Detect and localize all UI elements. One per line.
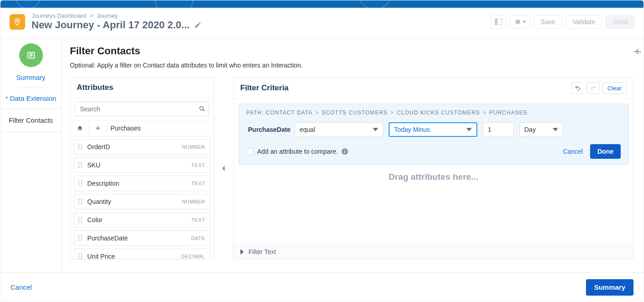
criteria-done-button[interactable]: Done xyxy=(590,144,621,159)
operator-select[interactable]: equal xyxy=(295,122,383,137)
settings-menu-button[interactable] xyxy=(510,15,530,29)
page-header: Journeys Dashboard > Journey New Journey… xyxy=(0,8,644,39)
attribute-item[interactable]: Unit PriceDECIMAL xyxy=(74,249,210,259)
drag-handle-icon xyxy=(78,217,84,223)
attribute-item[interactable]: OrderIDNUMBER xyxy=(74,139,210,155)
attributes-list: OrderIDNUMBERSKUTEXTDescriptionTEXTQuant… xyxy=(70,136,214,259)
save-button[interactable]: Save xyxy=(534,15,562,29)
header-actions: Save Validate Send xyxy=(491,15,634,29)
redo-button[interactable] xyxy=(587,82,600,94)
journey-title: New Journey - April 17 2020 2.0... xyxy=(32,19,190,31)
chevron-down-icon xyxy=(523,20,526,24)
clear-button[interactable]: Clear xyxy=(602,82,627,94)
attributes-crumb-current: Purchases xyxy=(111,125,141,132)
svg-point-0 xyxy=(16,20,18,21)
attribute-item[interactable]: SKUTEXT xyxy=(74,157,210,173)
drag-handle-icon xyxy=(78,180,84,187)
rail-data-extension-link[interactable]: Data Extension xyxy=(3,93,59,104)
svg-rect-2 xyxy=(495,19,497,25)
undo-button[interactable] xyxy=(571,82,584,94)
breadcrumb: Journeys Dashboard > Journey xyxy=(32,12,201,19)
back-arrow-icon[interactable] xyxy=(631,45,644,58)
svg-line-8 xyxy=(203,109,204,111)
rail-separator xyxy=(17,88,45,88)
attribute-item[interactable]: ColorTEXT xyxy=(74,212,210,228)
rail-filter-contacts-step: Filter Contacts xyxy=(0,109,61,132)
filter-text-label: Filter Text xyxy=(248,248,276,255)
chevron-right-icon xyxy=(239,249,245,255)
unit-select[interactable]: Day xyxy=(519,122,563,137)
summary-step-icon xyxy=(19,43,43,67)
filter-text-toggle[interactable]: Filter Text xyxy=(234,244,633,259)
attribute-name: SKU xyxy=(87,161,100,169)
search-icon xyxy=(198,105,206,112)
panel-splitter[interactable] xyxy=(222,77,226,260)
drag-handle-icon xyxy=(78,235,84,241)
criteria-path: PATH: CONTACT DATA>SCOTTS CUSTOMERS>CLOU… xyxy=(246,109,621,116)
attribute-name: OrderID xyxy=(87,143,110,151)
rail-summary-link[interactable]: Summary xyxy=(13,72,48,83)
attributes-breadcrumb: Purchases xyxy=(70,120,214,136)
attributes-title: Attributes xyxy=(70,78,214,98)
relative-date-select[interactable]: Today Minus xyxy=(389,122,477,137)
edit-title-icon[interactable] xyxy=(194,21,201,29)
criteria-card: PATH: CONTACT DATA>SCOTTS CUSTOMERS>CLOU… xyxy=(238,104,628,165)
attribute-type: TEXT xyxy=(191,162,205,168)
filter-criteria-panel: Filter Criteria Clear PATH: CONTACT DATA… xyxy=(233,77,633,260)
info-icon[interactable]: i xyxy=(342,148,348,155)
attributes-back-icon[interactable] xyxy=(93,123,103,133)
drag-handle-icon xyxy=(78,162,84,168)
breadcrumb-leaf: Journey xyxy=(97,12,118,19)
drag-handle-icon xyxy=(78,253,84,259)
breadcrumb-root[interactable]: Journeys Dashboard xyxy=(32,12,86,19)
chevron-down-icon xyxy=(553,127,558,132)
attribute-type: DECIMAL xyxy=(181,254,205,259)
attribute-name: Description xyxy=(87,180,119,187)
chevron-down-icon xyxy=(466,127,472,132)
add-attribute-compare-checkbox[interactable] xyxy=(246,148,253,155)
validate-button[interactable]: Validate xyxy=(566,15,602,29)
page-subtitle: Optional: Apply a filter on Contact data… xyxy=(70,62,633,69)
attribute-name: Color xyxy=(87,216,102,224)
toggle-sidebar-button[interactable] xyxy=(491,15,507,29)
top-decorative-band xyxy=(0,0,644,8)
attribute-name: Unit Price xyxy=(87,253,115,259)
svg-point-7 xyxy=(200,106,203,110)
attribute-item[interactable]: PurchaseDateDATE xyxy=(74,230,210,246)
step-rail: Summary Data Extension Filter Contacts xyxy=(0,37,62,272)
journey-app-icon xyxy=(10,14,25,30)
criteria-dropzone[interactable]: Drag attributes here... xyxy=(238,172,628,182)
attribute-item[interactable]: QuantityNUMBER xyxy=(74,194,210,209)
relative-amount-input[interactable] xyxy=(483,122,514,137)
criteria-cancel-link[interactable]: Cancel xyxy=(563,148,583,155)
filter-criteria-title: Filter Criteria xyxy=(240,83,289,93)
attribute-type: NUMBER xyxy=(182,199,205,204)
relative-date-value: Today Minus xyxy=(394,126,430,133)
operator-value: equal xyxy=(300,126,315,133)
chevron-down-icon xyxy=(373,127,378,132)
attribute-type: NUMBER xyxy=(182,144,205,150)
add-attribute-compare-label: Add an attribute to compare. xyxy=(257,148,338,155)
drag-handle-icon xyxy=(78,144,84,150)
main-panel: Filter Contacts Optional: Apply a filter… xyxy=(62,37,644,272)
drag-handle-icon xyxy=(78,198,84,205)
attributes-panel: Attributes Purchases xyxy=(70,77,214,260)
criteria-field-label: PurchaseDate xyxy=(248,126,289,133)
attribute-type: TEXT xyxy=(191,217,205,223)
footer-summary-button[interactable]: Summary xyxy=(586,279,633,296)
page-title: Filter Contacts xyxy=(70,45,633,57)
unit-value: Day xyxy=(524,126,536,133)
attributes-search-input[interactable] xyxy=(75,102,209,116)
footer-bar: Cancel Summary xyxy=(0,272,644,302)
breadcrumb-sep: > xyxy=(90,12,94,19)
attribute-item[interactable]: DescriptionTEXT xyxy=(74,176,210,191)
send-button: Send xyxy=(606,15,634,29)
attribute-name: PurchaseDate xyxy=(87,234,128,242)
footer-cancel-link[interactable]: Cancel xyxy=(11,283,32,291)
attribute-type: DATE xyxy=(191,235,205,241)
attributes-home-icon[interactable] xyxy=(75,123,85,133)
attribute-name: Quantity xyxy=(87,198,111,205)
attribute-type: TEXT xyxy=(191,181,205,186)
